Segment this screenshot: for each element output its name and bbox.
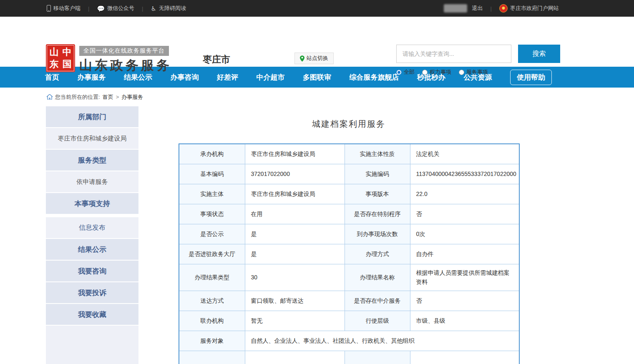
nav-help-button[interactable]: 使用帮助 <box>510 70 552 85</box>
search-button[interactable]: 搜索 <box>518 45 560 63</box>
city-name: 枣庄市 <box>203 53 230 66</box>
breadcrumb-home[interactable]: 首页 <box>103 93 113 101</box>
field-label: 实施主体性质 <box>345 144 410 164</box>
seal-character: 国 <box>60 58 73 71</box>
divider: | <box>142 5 143 12</box>
search-scope-radios: 全部权力事项服务事项 <box>396 68 488 76</box>
field-value <box>245 351 345 364</box>
search-scope-label: 全部 <box>404 68 415 76</box>
sidebar-item-7[interactable]: 我要咨询 <box>46 261 138 281</box>
nav-item-6[interactable]: 多图联审 <box>303 73 331 82</box>
field-value: 22.0 <box>410 184 519 204</box>
wechat-link[interactable]: 💬 微信公众号 <box>97 5 134 12</box>
logout-button[interactable]: 退出 <box>472 5 483 12</box>
service-info-table: 承办机构枣庄市住房和城乡建设局实施主体性质法定机关基本编码37201702200… <box>179 143 520 364</box>
search-scope-label: 服务事项 <box>466 68 488 76</box>
sidebar-item-9[interactable]: 我要收藏 <box>46 304 138 325</box>
gov-portal-label: 枣庄市政府门户网站 <box>510 5 559 12</box>
search-scope-label: 权力事项 <box>430 68 451 76</box>
nav-item-0[interactable]: 首页 <box>45 73 59 82</box>
search-input[interactable] <box>396 45 511 63</box>
table-row-cutoff <box>179 351 519 364</box>
field-label: 办理方式 <box>345 244 410 264</box>
sidebar-item-2[interactable]: 服务类型 <box>46 150 138 171</box>
field-label: 实施编码 <box>345 164 410 184</box>
field-value: 372017022000 <box>245 164 345 184</box>
field-label: 是否公示 <box>179 224 245 244</box>
field-label: 到办事现场次数 <box>345 224 410 244</box>
breadcrumb: 您当前所在的位置: 首页 > 办事服务 <box>0 88 634 106</box>
divider: | <box>491 5 492 12</box>
search-scope-0[interactable]: 全部 <box>396 68 415 76</box>
site-name: 山东政务服务 <box>79 57 172 74</box>
home-icon <box>47 94 53 100</box>
field-value: 否 <box>410 291 519 311</box>
table-row: 承办机构枣庄市住房和城乡建设局实施主体性质法定机关 <box>179 144 519 164</box>
topbar-right: 退出 | ★ 枣庄市政府门户网站 <box>444 4 559 13</box>
field-value: 是 <box>245 244 345 264</box>
field-label: 是否存在中介服务 <box>345 291 410 311</box>
site-switch-button[interactable]: 站点切换 <box>294 53 334 64</box>
sidebar: 所属部门枣庄市住房和城乡建设局服务类型依申请服务本事项支持信息发布结果公示我要咨… <box>46 106 138 364</box>
field-label: 是否存在特别程序 <box>345 204 410 224</box>
radio-icon[interactable] <box>422 70 428 75</box>
field-value: 窗口领取、邮寄送达 <box>245 291 345 311</box>
field-value: 1137040000423655533372017022000 <box>410 164 519 184</box>
table-row: 是否公示是到办事现场次数0次 <box>179 224 519 244</box>
sidebar-item-1[interactable]: 枣庄市住房和城乡建设局 <box>46 128 138 149</box>
field-label <box>345 351 410 364</box>
field-label <box>179 351 245 364</box>
table-row: 实施主体枣庄市住房和城乡建设局事项版本22.0 <box>179 184 519 204</box>
site-header: 山中东国 全国一体化在线政务服务平台 山东政务服务 枣庄市 站点切换 搜索 全部… <box>0 17 634 67</box>
nav-item-4[interactable]: 好差评 <box>217 73 238 82</box>
sidebar-item-3[interactable]: 依申请服务 <box>46 171 138 192</box>
field-value: 枣庄市住房和城乡建设局 <box>245 184 345 204</box>
mobile-phone-icon <box>47 5 51 12</box>
seal-character: 山 <box>48 46 60 58</box>
sidebar-item-4[interactable]: 本事项支持 <box>46 193 138 214</box>
main-panel: 城建档案利用服务 承办机构枣庄市住房和城乡建设局实施主体性质法定机关基本编码37… <box>138 106 634 364</box>
field-value: 0次 <box>410 224 519 244</box>
sidebar-filler <box>46 326 138 364</box>
divider: | <box>88 5 89 12</box>
table-row: 基本编码372017022000实施编码11370400004236555333… <box>179 164 519 184</box>
breadcrumb-prefix: 您当前所在的位置: <box>55 93 100 101</box>
sidebar-item-0[interactable]: 所属部门 <box>46 106 138 127</box>
field-value: 自然人、企业法人、事业法人、社团法人、行政机关、其他组织 <box>245 331 519 351</box>
mobile-client-label: 移动客户端 <box>53 5 81 12</box>
nav-item-5[interactable]: 中介超市 <box>257 73 285 82</box>
field-label: 是否进驻政务大厅 <box>179 244 245 264</box>
field-value <box>410 351 519 364</box>
search-scope-1[interactable]: 权力事项 <box>422 68 451 76</box>
radio-selected-icon[interactable] <box>396 70 402 75</box>
nav-item-3[interactable]: 办事咨询 <box>171 73 199 82</box>
field-value: 在用 <box>245 204 345 224</box>
accessibility-link[interactable]: ♿ 无障碍阅读 <box>151 5 186 12</box>
wechat-label: 微信公众号 <box>107 5 134 12</box>
field-label: 行使层级 <box>345 311 410 331</box>
field-value: 是 <box>245 224 345 244</box>
site-switch-label: 站点切换 <box>307 55 328 62</box>
table-row: 办理结果类型30办理结果名称根据申请人员需要提供所需城建档案资料 <box>179 264 519 291</box>
mobile-client-link[interactable]: 移动客户端 <box>47 5 81 12</box>
field-value: 枣庄市住房和城乡建设局 <box>245 144 345 164</box>
shandong-seal-logo: 山中东国 <box>46 44 75 72</box>
logout-label: 退出 <box>472 5 483 12</box>
seal-character: 中 <box>60 46 73 58</box>
sidebar-item-8[interactable]: 我要投诉 <box>46 282 138 303</box>
seal-character: 东 <box>48 58 60 71</box>
field-label: 送达方式 <box>179 291 245 311</box>
radio-icon[interactable] <box>459 70 464 75</box>
gov-portal-link[interactable]: ★ 枣庄市政府门户网站 <box>499 4 559 13</box>
field-value: 市级、县级 <box>410 311 519 331</box>
nav-item-7[interactable]: 综合服务旗舰店 <box>350 73 399 82</box>
field-value: 自办件 <box>410 244 519 264</box>
search-scope-2[interactable]: 服务事项 <box>459 68 488 76</box>
breadcrumb-current[interactable]: 办事服务 <box>121 93 143 101</box>
table-row: 事项状态在用是否存在特别程序否 <box>179 204 519 224</box>
breadcrumb-separator: > <box>116 94 119 100</box>
field-label: 服务对象 <box>179 331 245 351</box>
wechat-icon: 💬 <box>97 5 105 12</box>
sidebar-item-5[interactable]: 信息发布 <box>46 217 138 238</box>
sidebar-item-6[interactable]: 结果公示 <box>46 239 138 260</box>
